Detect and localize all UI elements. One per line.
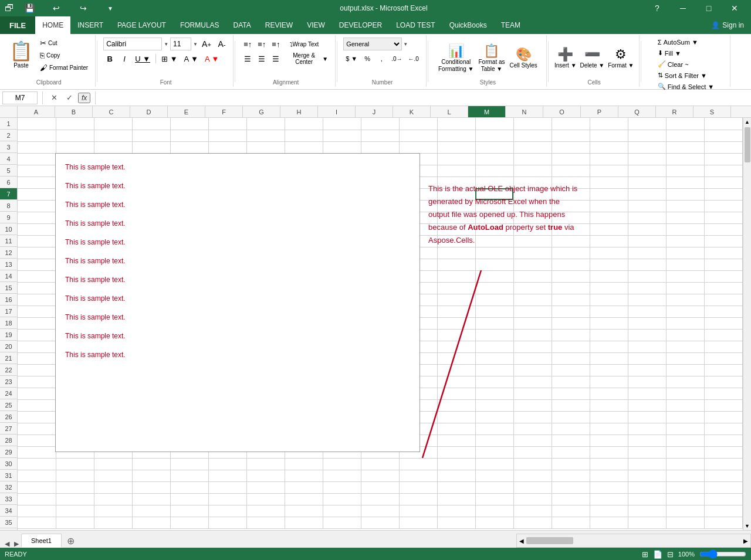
grid-cell[interactable] (666, 317, 704, 329)
grid-cell[interactable] (18, 259, 56, 270)
page-layout-btn[interactable]: 📄 (653, 550, 662, 559)
tab-review[interactable]: REVIEW (258, 16, 300, 34)
grid-cell[interactable] (666, 247, 704, 259)
decrease-decimal-btn[interactable]: ←.0 (406, 52, 421, 65)
grid-cell[interactable] (513, 282, 552, 294)
col-header-a[interactable]: A (18, 106, 55, 117)
grid-cell[interactable] (399, 458, 437, 470)
align-top-left-btn[interactable]: ≡↑ (241, 38, 254, 50)
grid-cell[interactable] (628, 364, 666, 376)
grid-cell[interactable] (552, 399, 590, 411)
grid-cell[interactable] (475, 376, 513, 388)
grid-cell[interactable] (704, 259, 742, 270)
grid-cell[interactable] (590, 306, 628, 317)
row-header-30[interactable]: 30 (0, 458, 17, 470)
row-header-25[interactable]: 25 (0, 399, 17, 411)
align-right-btn[interactable]: ☰ (269, 52, 282, 65)
grid-cell[interactable] (94, 505, 132, 517)
col-header-i[interactable]: I (318, 106, 356, 117)
grid-cell[interactable] (552, 493, 590, 505)
tab-view[interactable]: VIEW (300, 16, 332, 34)
grid-cell[interactable] (475, 141, 513, 153)
grid-cell[interactable] (18, 130, 56, 141)
cell-styles-btn[interactable]: 🎨 Cell Styles (510, 47, 537, 69)
grid-cell[interactable] (475, 317, 513, 329)
row-header-1[interactable]: 1 (0, 118, 17, 130)
grid-cell[interactable] (475, 388, 513, 399)
grid-cell[interactable] (552, 165, 590, 177)
grid-cell[interactable] (56, 141, 94, 153)
grid-cell[interactable] (285, 130, 323, 141)
grid-cell[interactable] (475, 270, 513, 282)
grid-cell[interactable] (704, 435, 742, 446)
grid-cell[interactable] (475, 458, 513, 470)
grid-cell[interactable] (513, 364, 552, 376)
grid-cell[interactable] (704, 423, 742, 435)
grid-cell[interactable] (18, 411, 56, 423)
font-grow-btn[interactable]: A+ (199, 38, 214, 50)
grid-cell[interactable] (628, 282, 666, 294)
row-header-12[interactable]: 12 (0, 247, 17, 259)
grid-cell[interactable] (361, 458, 399, 470)
col-header-q[interactable]: Q (618, 106, 656, 117)
grid-cell[interactable] (628, 259, 666, 270)
grid-cell[interactable] (475, 282, 513, 294)
grid-cell[interactable] (590, 446, 628, 458)
row-header-21[interactable]: 21 (0, 352, 17, 364)
grid-cell[interactable] (399, 470, 437, 481)
grid-cell[interactable] (361, 470, 399, 481)
row-header-10[interactable]: 10 (0, 223, 17, 235)
format-as-table-btn[interactable]: 📋 Format asTable ▼ (478, 43, 505, 73)
grid-cell[interactable] (513, 352, 552, 364)
grid-cell[interactable] (18, 399, 56, 411)
grid-cell[interactable] (475, 364, 513, 376)
merge-center-btn[interactable]: Merge & Center ▼ (283, 52, 330, 65)
grid-cell[interactable] (246, 505, 285, 517)
grid-cell[interactable] (56, 458, 94, 470)
grid-cell[interactable] (170, 470, 208, 481)
grid-cell[interactable] (94, 517, 132, 528)
grid-cell[interactable] (513, 481, 552, 493)
underline-button[interactable]: U ▼ (133, 52, 153, 65)
grid-cell[interactable] (666, 141, 704, 153)
grid-cell[interactable] (285, 141, 323, 153)
row-header-6[interactable]: 6 (0, 177, 17, 188)
grid-cell[interactable] (18, 481, 56, 493)
grid-cell[interactable] (170, 130, 208, 141)
grid-cell[interactable] (590, 458, 628, 470)
sign-in[interactable]: 👤 Sign in (704, 16, 751, 34)
clear-btn[interactable]: 🧹 Clear ~ (654, 59, 692, 69)
row-header-33[interactable]: 33 (0, 493, 17, 505)
row-header-34[interactable]: 34 (0, 505, 17, 517)
grid-cell[interactable] (590, 282, 628, 294)
grid-cell[interactable] (628, 376, 666, 388)
grid-cell[interactable] (437, 388, 475, 399)
paste-button[interactable]: 📋 Paste (7, 38, 35, 71)
row-header-31[interactable]: 31 (0, 470, 17, 481)
row-header-4[interactable]: 4 (0, 153, 17, 165)
grid-cell[interactable] (628, 388, 666, 399)
grid-cell[interactable] (94, 481, 132, 493)
align-left-btn[interactable]: ☰ (241, 52, 254, 65)
scroll-thumb[interactable] (745, 127, 750, 162)
hscroll-left-btn[interactable]: ◀ (517, 538, 526, 544)
grid-cell[interactable] (628, 411, 666, 423)
grid-cell[interactable] (552, 364, 590, 376)
grid-cell[interactable] (18, 329, 56, 341)
grid-cell[interactable] (56, 505, 94, 517)
grid-cell[interactable] (666, 165, 704, 177)
grid-cell[interactable] (361, 517, 399, 528)
grid-cell[interactable] (666, 411, 704, 423)
grid-cell[interactable] (704, 306, 742, 317)
grid-cell[interactable] (475, 153, 513, 165)
grid-cell[interactable] (513, 411, 552, 423)
col-header-e[interactable]: E (168, 106, 205, 117)
hscroll-thumb[interactable] (526, 537, 573, 544)
grid-cell[interactable] (628, 294, 666, 306)
grid-cell[interactable] (246, 118, 285, 130)
grid-cell[interactable] (590, 505, 628, 517)
sheet-tab-sheet1[interactable]: Sheet1 (21, 534, 62, 548)
cut-button[interactable]: ✂ Cut (38, 38, 90, 49)
font-shrink-btn[interactable]: A- (215, 38, 228, 50)
grid-cell[interactable] (323, 470, 361, 481)
